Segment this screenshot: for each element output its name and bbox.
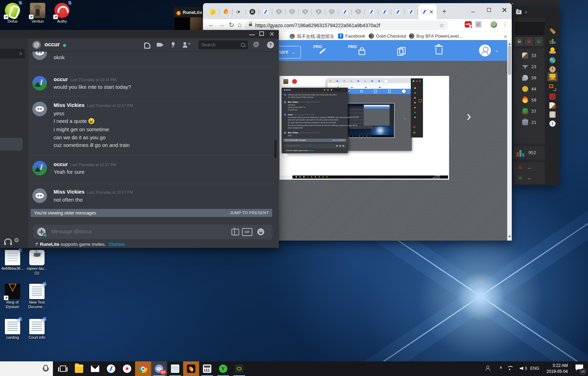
language-indicator[interactable]: ENG — [530, 366, 539, 371]
mail-button[interactable] — [87, 361, 103, 376]
gyazo-screenshot-image[interactable]: › @ occur Alching i can use my alts and … — [280, 76, 449, 180]
help-icon[interactable]: ? — [267, 41, 274, 48]
chat-scrollbar-thumb[interactable] — [274, 140, 277, 158]
tab-rsbuddy[interactable]: R — [246, 5, 259, 19]
dismiss-link[interactable]: Dismiss — [109, 242, 125, 247]
url-text[interactable]: https://gyazo.com/7186a6296315794222a561… — [255, 21, 380, 30]
bookmark-item[interactable]: Buy BFA PowerLevel... — [409, 33, 462, 39]
minimize-button[interactable] — [468, 5, 478, 15]
tray-overflow-chevron-icon[interactable]: ∧ — [499, 365, 502, 370]
file-explorer-button[interactable] — [71, 361, 87, 376]
gyazo-app-button[interactable] — [103, 361, 119, 376]
configuration-wrench-icon[interactable] — [549, 28, 556, 34]
tab-shield[interactable]: 5 — [285, 5, 299, 19]
minimize-icon[interactable] — [249, 31, 255, 35]
volume-icon[interactable] — [520, 366, 523, 370]
close-icon[interactable] — [269, 31, 275, 37]
avatar-miss-vickies[interactable] — [32, 188, 47, 203]
mentions-at-icon[interactable]: @ — [253, 41, 259, 48]
chrome-taskbar-button[interactable] — [135, 361, 151, 376]
task-view-button[interactable] — [55, 361, 71, 376]
add-friend-icon[interactable]: + — [183, 41, 190, 48]
xp-chart-icon[interactable] — [549, 38, 556, 44]
tab-shield[interactable]: 5 — [299, 5, 312, 19]
desktop-icon-carding[interactable]: ⇅ carding — [0, 319, 25, 340]
home-icon[interactable]: ⌂ — [238, 21, 242, 29]
info-icon[interactable]: i — [549, 120, 556, 127]
nvidia-taskbar-button[interactable] — [231, 361, 247, 376]
tab-shield[interactable]: 5 — [272, 5, 285, 19]
chat-search-input[interactable]: Search — [198, 40, 248, 49]
close-tab-icon[interactable] — [429, 9, 434, 14]
calculator-icon[interactable] — [549, 93, 556, 100]
screen-markers-icon[interactable] — [549, 84, 553, 88]
tab-tag[interactable] — [206, 5, 219, 19]
message-scroll-area[interactable]: okok occurLast Thursday at 10:14 PM woul… — [0, 52, 279, 217]
skull-green-icon[interactable]: ☠ — [534, 37, 543, 46]
hiscore-search-field[interactable] — [515, 22, 544, 35]
scroll-up-icon[interactable] — [508, 41, 511, 45]
diary-scroll-icon[interactable] — [549, 111, 556, 118]
notes-quill-icon[interactable] — [549, 102, 556, 109]
taskbar-search-box[interactable] — [0, 361, 53, 376]
bookmark-star-icon[interactable]: ☆ — [439, 21, 444, 30]
tab-gyazo[interactable] — [391, 5, 405, 19]
screenshot-camera-icon[interactable] — [516, 10, 522, 14]
message-input[interactable]: Message @occur GIF — [33, 225, 273, 239]
bookmark-item[interactable]: Gold-Checkout — [369, 33, 406, 39]
tab-gyazo[interactable] — [338, 5, 352, 19]
avatar-miss-vickies[interactable] — [32, 52, 47, 60]
r-extension-icon[interactable]: R — [475, 21, 481, 28]
privacy-lock-icon[interactable] — [359, 50, 365, 55]
skull-red-icon[interactable]: ☠ — [525, 37, 533, 46]
chevron-down-icon[interactable]: ⌄ — [495, 47, 499, 53]
pin-icon[interactable] — [170, 41, 178, 48]
tab-gyazo[interactable] — [405, 5, 418, 19]
adblock-extension-icon[interactable]: ABP 5 — [465, 21, 472, 28]
hiscore-trophy-icon[interactable] — [549, 74, 556, 80]
scrollbar-thumb[interactable] — [508, 46, 511, 75]
wifi-icon[interactable] — [507, 366, 513, 370]
tab-flame[interactable] — [219, 5, 233, 19]
bookmark-item[interactable]: 我不在线,请您留言 — [290, 33, 335, 40]
bookmark-item[interactable]: Facebook — [338, 33, 365, 39]
desktop-icon-dofus[interactable]: ⇅ ↗ Dofus — [0, 3, 25, 24]
reload-icon[interactable]: ↻ — [229, 21, 234, 29]
settings-gear-icon[interactable]: ⚙ — [14, 237, 19, 244]
tab-shield[interactable]: 5 — [312, 5, 325, 19]
tab-gyazo[interactable] — [365, 5, 378, 19]
maximize-button[interactable] — [484, 5, 494, 15]
active-tab[interactable] — [418, 5, 437, 19]
chrome-menu-icon[interactable]: ⋮ — [502, 21, 508, 28]
scroll-down-icon[interactable] — [508, 236, 511, 239]
notepad-taskbar-button[interactable] — [167, 361, 183, 376]
gyazo-account-avatar[interactable] — [479, 45, 491, 56]
bot-client-taskbar-button[interactable]: Y — [215, 361, 231, 376]
skull-normal-icon[interactable]: ☠ — [515, 37, 524, 46]
calculator-taskbar-button[interactable] — [199, 361, 215, 376]
runelite-taskbar-button[interactable] — [183, 361, 199, 376]
maximize-icon[interactable] — [259, 31, 264, 36]
avatar-occur[interactable] — [32, 161, 47, 175]
people-tray-icon[interactable] — [486, 366, 492, 371]
emoji-picker-icon[interactable] — [257, 228, 264, 235]
discord-taskbar-button[interactable]: 9+ — [151, 361, 167, 376]
edit-pencil-icon[interactable] — [319, 48, 326, 54]
avatar-occur[interactable] — [32, 76, 47, 91]
close-button[interactable] — [499, 5, 510, 15]
older-messages-banner[interactable]: You're viewing older messages JUMP TO PR… — [31, 209, 272, 217]
desktop-icon-ring-of-elysium[interactable]: ▽ ↗ Ring of Elysium — [0, 284, 25, 309]
avatar-miss-vickies[interactable] — [32, 102, 47, 116]
address-bar[interactable]: https://gyazo.com/7186a6296315794222a561… — [244, 21, 448, 30]
grand-exchange-coin-icon[interactable] — [549, 47, 556, 54]
new-tab-button[interactable]: + — [440, 7, 448, 16]
collapse-sidebar-icon[interactable]: ‹ — [525, 10, 527, 15]
gif-picker-icon[interactable]: GIF — [242, 228, 252, 236]
desktop-icon-authy[interactable]: ⇅ ↗ Authy — [49, 3, 75, 24]
desktop-icon-4e68bba36[interactable]: ⇅ 4e68bba36... — [0, 250, 25, 271]
next-image-arrow-icon[interactable]: › — [467, 108, 471, 124]
tab-gyazo[interactable] — [259, 5, 272, 19]
desktop-icon-verdun[interactable]: ↗ Verdun — [25, 3, 50, 24]
back-icon[interactable]: ← — [208, 21, 214, 29]
tab-gyazo[interactable] — [378, 5, 391, 19]
